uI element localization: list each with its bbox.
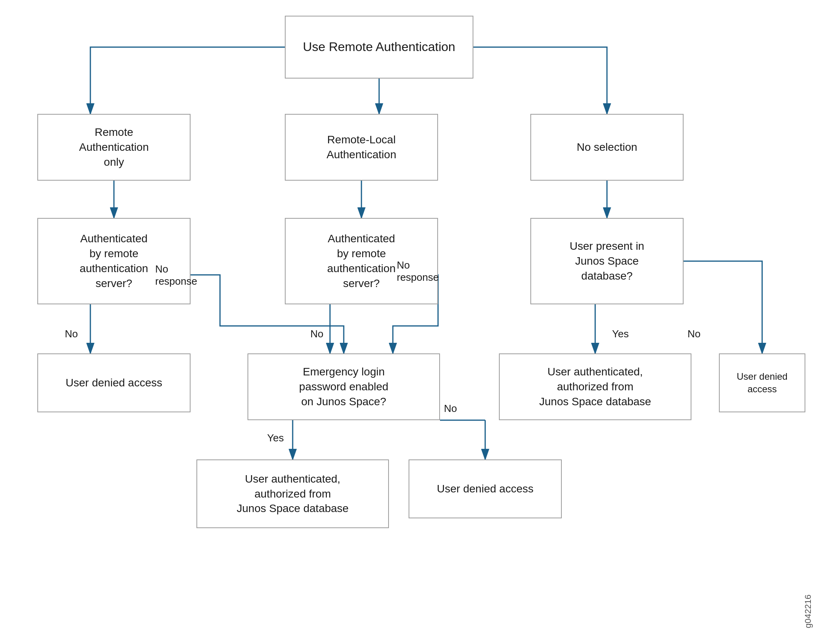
box-user-denied-1: User denied access	[37, 353, 191, 412]
label-no-response-1: Noresponse	[155, 263, 197, 287]
label-no-3: No	[444, 402, 457, 415]
box-user-present: User present inJunos Spacedatabase?	[530, 218, 684, 304]
box-remote-local: Remote-LocalAuthentication	[285, 114, 438, 181]
label-no-1: No	[65, 328, 78, 340]
watermark: g042216	[803, 595, 813, 628]
flow-arrows	[0, 0, 825, 644]
label-no-2: No	[310, 328, 323, 340]
box-remote-only: RemoteAuthenticationonly	[37, 114, 191, 181]
diagram-container: Use Remote Authentication RemoteAuthenti…	[0, 0, 825, 644]
box-user-auth-1: User authenticated,authorized fromJunos …	[499, 353, 691, 420]
box-root: Use Remote Authentication	[285, 16, 473, 79]
box-no-selection: No selection	[530, 114, 684, 181]
box-emergency-login: Emergency loginpassword enabledon Junos …	[248, 353, 440, 420]
box-user-denied-2: User denied access	[409, 459, 562, 518]
label-no-outer: No	[688, 328, 700, 340]
box-auth-server-1: Authenticatedby remoteauthenticationserv…	[37, 218, 191, 304]
label-no-response-2: Noresponse	[397, 259, 439, 284]
label-yes-2: Yes	[267, 432, 284, 444]
label-yes-1: Yes	[612, 328, 629, 340]
box-user-auth-2: User authenticated,authorized fromJunos …	[196, 459, 389, 528]
box-user-denied-outer: User denied access	[719, 353, 805, 412]
